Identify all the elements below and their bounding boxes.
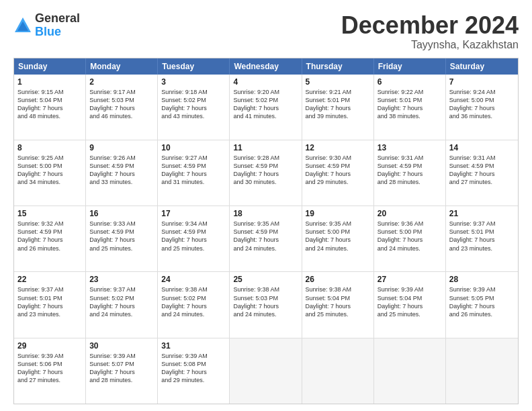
day-details: Sunrise: 9:17 AMSunset: 5:03 PMDaylight:… [89,88,154,121]
day-number: 17 [161,209,226,218]
day-number: 15 [17,209,82,218]
calendar-cell: 26Sunrise: 9:38 AMSunset: 5:04 PMDayligh… [302,272,374,337]
day-details: Sunrise: 9:33 AMSunset: 4:59 PMDaylight:… [89,220,154,253]
day-details: Sunrise: 9:32 AMSunset: 4:59 PMDaylight:… [17,220,82,253]
calendar-cell: 25Sunrise: 9:38 AMSunset: 5:03 PMDayligh… [230,272,302,337]
day-number: 23 [89,275,154,284]
day-number: 26 [306,275,370,284]
day-number: 19 [306,209,370,218]
day-details: Sunrise: 9:38 AMSunset: 5:04 PMDaylight:… [306,285,370,318]
header-sunday: Sunday [14,58,86,75]
page: General Blue December 2024 Tayynsha, Kaz… [0,0,532,411]
day-number: 8 [17,143,82,152]
day-number: 22 [17,275,82,284]
header-thursday: Thursday [302,58,374,75]
day-details: Sunrise: 9:26 AMSunset: 4:59 PMDaylight:… [89,154,154,187]
day-details: Sunrise: 9:37 AMSunset: 5:02 PMDaylight:… [89,285,154,318]
day-details: Sunrise: 9:35 AMSunset: 4:59 PMDaylight:… [233,220,298,253]
day-number: 16 [89,209,154,218]
calendar-cell: 21Sunrise: 9:37 AMSunset: 5:01 PMDayligh… [446,206,518,271]
day-number: 1 [17,77,82,87]
calendar-cell: 8Sunrise: 9:25 AMSunset: 5:00 PMDaylight… [14,140,86,205]
day-number: 12 [306,143,370,152]
day-number: 28 [449,275,515,284]
calendar-cell: 20Sunrise: 9:36 AMSunset: 5:00 PMDayligh… [374,206,446,271]
day-details: Sunrise: 9:21 AMSunset: 5:01 PMDaylight:… [306,88,370,121]
calendar-week-3: 15Sunrise: 9:32 AMSunset: 4:59 PMDayligh… [14,205,518,271]
day-details: Sunrise: 9:34 AMSunset: 4:59 PMDaylight:… [161,220,226,253]
day-details: Sunrise: 9:38 AMSunset: 5:02 PMDaylight:… [161,285,226,318]
day-details: Sunrise: 9:24 AMSunset: 5:00 PMDaylight:… [449,88,515,121]
day-details: Sunrise: 9:39 AMSunset: 5:04 PMDaylight:… [378,285,442,318]
day-details: Sunrise: 9:37 AMSunset: 5:01 PMDaylight:… [449,220,515,253]
logo-icon [13,16,32,35]
day-number: 6 [378,77,442,87]
day-number: 27 [378,275,442,284]
day-number: 7 [449,77,515,87]
header-friday: Friday [374,58,446,75]
day-details: Sunrise: 9:39 AMSunset: 5:05 PMDaylight:… [449,285,515,318]
calendar-cell: 11Sunrise: 9:28 AMSunset: 4:59 PMDayligh… [230,140,302,205]
calendar-cell: 5Sunrise: 9:21 AMSunset: 5:01 PMDaylight… [302,75,374,140]
calendar-cell: 24Sunrise: 9:38 AMSunset: 5:02 PMDayligh… [158,272,230,337]
day-number: 9 [89,143,154,152]
calendar-cell: 16Sunrise: 9:33 AMSunset: 4:59 PMDayligh… [86,206,158,271]
day-number: 21 [449,209,515,218]
header-monday: Monday [86,58,158,75]
day-details: Sunrise: 9:22 AMSunset: 5:01 PMDaylight:… [378,88,442,121]
calendar-cell [374,338,446,404]
day-number: 24 [161,275,226,284]
calendar-cell: 1Sunrise: 9:15 AMSunset: 5:04 PMDaylight… [14,75,86,140]
calendar-cell: 6Sunrise: 9:22 AMSunset: 5:01 PMDaylight… [374,75,446,140]
calendar-cell: 18Sunrise: 9:35 AMSunset: 4:59 PMDayligh… [230,206,302,271]
calendar-cell: 29Sunrise: 9:39 AMSunset: 5:06 PMDayligh… [14,338,86,404]
day-number: 5 [306,77,370,87]
day-details: Sunrise: 9:39 AMSunset: 5:06 PMDaylight:… [17,352,82,385]
day-details: Sunrise: 9:38 AMSunset: 5:03 PMDaylight:… [233,285,298,318]
header-tuesday: Tuesday [158,58,230,75]
calendar-week-1: 1Sunrise: 9:15 AMSunset: 5:04 PMDaylight… [14,75,518,140]
logo-text: General Blue [35,12,80,39]
logo-general: General [35,12,80,26]
day-details: Sunrise: 9:27 AMSunset: 4:59 PMDaylight:… [161,154,226,187]
header-wednesday: Wednesday [230,58,302,75]
day-details: Sunrise: 9:31 AMSunset: 4:59 PMDaylight:… [449,154,515,187]
calendar-cell: 12Sunrise: 9:30 AMSunset: 4:59 PMDayligh… [302,140,374,205]
day-number: 25 [233,275,298,284]
calendar-cell: 4Sunrise: 9:20 AMSunset: 5:02 PMDaylight… [230,75,302,140]
day-number: 4 [233,77,298,87]
day-number: 14 [449,143,515,152]
calendar-cell: 30Sunrise: 9:39 AMSunset: 5:07 PMDayligh… [86,338,158,404]
day-details: Sunrise: 9:36 AMSunset: 5:00 PMDaylight:… [378,220,442,253]
day-details: Sunrise: 9:28 AMSunset: 4:59 PMDaylight:… [233,154,298,187]
calendar: Sunday Monday Tuesday Wednesday Thursday… [13,58,519,404]
calendar-header: Sunday Monday Tuesday Wednesday Thursday… [14,58,518,75]
calendar-title: December 2024 [341,12,519,39]
calendar-cell: 3Sunrise: 9:18 AMSunset: 5:02 PMDaylight… [158,75,230,140]
day-number: 20 [378,209,442,218]
day-details: Sunrise: 9:39 AMSunset: 5:08 PMDaylight:… [161,352,226,385]
day-number: 2 [89,77,154,87]
day-details: Sunrise: 9:25 AMSunset: 5:00 PMDaylight:… [17,154,82,187]
header: General Blue December 2024 Tayynsha, Kaz… [13,12,519,51]
day-number: 31 [161,341,226,351]
calendar-cell: 22Sunrise: 9:37 AMSunset: 5:01 PMDayligh… [14,272,86,337]
calendar-week-2: 8Sunrise: 9:25 AMSunset: 5:00 PMDaylight… [14,140,518,205]
calendar-cell: 31Sunrise: 9:39 AMSunset: 5:08 PMDayligh… [158,338,230,404]
calendar-week-5: 29Sunrise: 9:39 AMSunset: 5:06 PMDayligh… [14,338,518,404]
day-number: 13 [378,143,442,152]
header-saturday: Saturday [446,58,518,75]
calendar-week-4: 22Sunrise: 9:37 AMSunset: 5:01 PMDayligh… [14,271,518,337]
day-number: 29 [17,341,82,351]
calendar-cell: 28Sunrise: 9:39 AMSunset: 5:05 PMDayligh… [446,272,518,337]
calendar-cell: 2Sunrise: 9:17 AMSunset: 5:03 PMDaylight… [86,75,158,140]
day-details: Sunrise: 9:37 AMSunset: 5:01 PMDaylight:… [17,285,82,318]
calendar-cell: 19Sunrise: 9:35 AMSunset: 5:00 PMDayligh… [302,206,374,271]
day-number: 18 [233,209,298,218]
day-details: Sunrise: 9:35 AMSunset: 5:00 PMDaylight:… [306,220,370,253]
calendar-cell: 10Sunrise: 9:27 AMSunset: 4:59 PMDayligh… [158,140,230,205]
logo-blue: Blue [35,26,80,39]
day-details: Sunrise: 9:15 AMSunset: 5:04 PMDaylight:… [17,88,82,121]
calendar-cell: 13Sunrise: 9:31 AMSunset: 4:59 PMDayligh… [374,140,446,205]
calendar-cell [446,338,518,404]
